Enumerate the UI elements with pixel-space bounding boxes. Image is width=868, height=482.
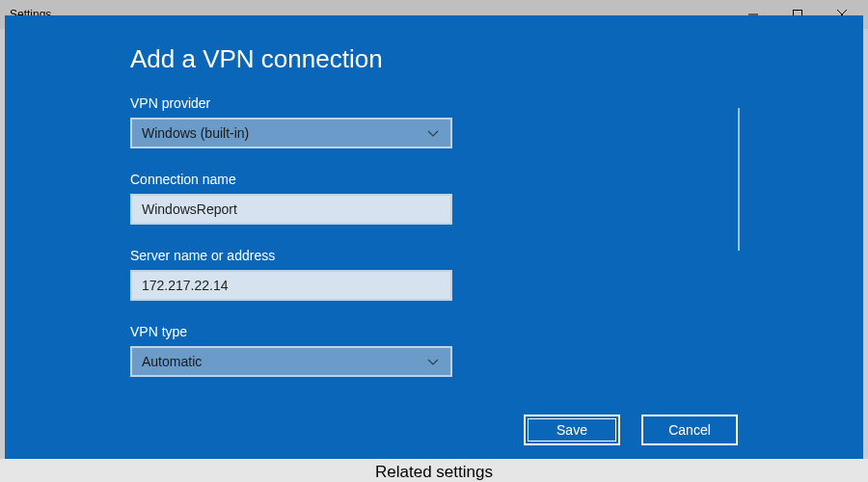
server-address-input[interactable] [130, 270, 452, 301]
server-address-field: Server name or address [130, 248, 863, 301]
add-vpn-modal: Add a VPN connection VPN provider Window… [5, 15, 863, 459]
vpn-provider-field: VPN provider Windows (built-in) [130, 95, 863, 148]
vpn-provider-select[interactable]: Windows (built-in) [130, 118, 452, 148]
server-address-label: Server name or address [130, 248, 863, 263]
related-settings-heading: Related settings [375, 463, 493, 482]
connection-name-input[interactable] [130, 194, 452, 225]
modal-buttons: Save Cancel [524, 415, 738, 445]
vpn-type-select[interactable]: Automatic [130, 346, 452, 377]
connection-name-field: Connection name [130, 172, 863, 225]
chevron-down-icon [425, 354, 441, 369]
connection-name-label: Connection name [130, 172, 863, 187]
scrollbar[interactable] [738, 108, 740, 251]
vpn-provider-value: Windows (built-in) [142, 125, 249, 141]
vpn-type-value: Automatic [142, 354, 202, 369]
vpn-type-label: VPN type [130, 324, 863, 339]
chevron-down-icon [425, 125, 441, 141]
cancel-button[interactable]: Cancel [641, 415, 738, 445]
modal-title: Add a VPN connection [130, 44, 863, 74]
vpn-provider-label: VPN provider [130, 95, 863, 111]
save-button[interactable]: Save [524, 415, 620, 445]
related-settings-section: Related settings [0, 459, 868, 482]
vpn-type-field: VPN type Automatic [130, 324, 863, 377]
